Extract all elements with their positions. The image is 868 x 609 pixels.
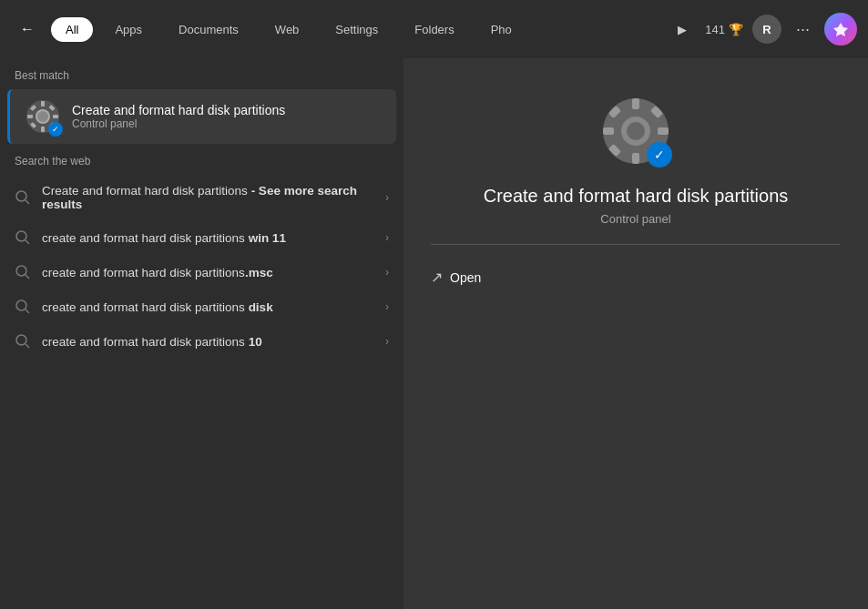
search-icon (15, 229, 31, 246)
web-result-text-4: create and format hard disk partitions d… (42, 300, 374, 314)
back-button[interactable]: ← (11, 13, 44, 46)
web-result-text-2: create and format hard disk partitions w… (42, 231, 374, 245)
svg-point-12 (16, 231, 26, 241)
best-match-subtitle: Control panel (72, 117, 285, 130)
back-icon: ← (20, 21, 35, 37)
main-content: Best match (0, 58, 868, 609)
best-match-title: Create and format hard disk partitions (72, 103, 285, 117)
more-icon: ··· (796, 20, 810, 38)
best-match-text: Create and format hard disk partitions C… (72, 103, 285, 130)
svg-rect-3 (27, 115, 33, 118)
chevron-icon: › (385, 335, 389, 348)
svg-point-10 (16, 191, 26, 201)
web-result-item[interactable]: create and format hard disk partitions.m… (0, 255, 403, 289)
svg-point-14 (16, 266, 26, 276)
divider (431, 244, 841, 245)
play-button[interactable]: ▶ (669, 19, 696, 40)
check-badge: ✓ (48, 122, 63, 137)
chevron-icon: › (385, 231, 389, 244)
svg-point-18 (16, 335, 26, 345)
preview-icon-container: ✓ (599, 95, 672, 167)
web-result-item[interactable]: create and format hard disk partitions 1… (0, 324, 403, 359)
chevron-icon: › (385, 300, 389, 313)
svg-point-9 (37, 111, 48, 122)
open-button[interactable]: ↗ Open (431, 263, 481, 291)
score-display: 141 🏆 (705, 23, 743, 36)
filter-settings[interactable]: Settings (321, 17, 393, 42)
top-bar: ← All Apps Documents Web Settings Folder… (0, 0, 868, 58)
svg-line-15 (26, 275, 29, 279)
svg-rect-1 (41, 101, 45, 107)
filter-all[interactable]: All (51, 17, 93, 42)
avatar[interactable]: R (752, 15, 781, 44)
svg-rect-2 (41, 127, 45, 132)
chevron-icon: › (385, 191, 389, 204)
trophy-icon: 🏆 (729, 23, 743, 36)
svg-rect-22 (632, 153, 639, 164)
right-panel: ✓ Create and format hard disk partitions… (403, 58, 868, 609)
open-icon: ↗ (431, 269, 443, 286)
svg-rect-21 (632, 98, 639, 109)
copilot-svg (832, 20, 850, 38)
filter-web[interactable]: Web (260, 17, 314, 42)
play-icon: ▶ (678, 23, 687, 36)
filter-documents[interactable]: Documents (164, 17, 253, 42)
svg-point-16 (16, 300, 26, 310)
web-result-item[interactable]: create and format hard disk partitions d… (0, 289, 403, 324)
open-label: Open (450, 270, 481, 285)
web-result-text-5: create and format hard disk partitions 1… (42, 335, 374, 349)
chevron-icon: › (385, 266, 389, 279)
svg-line-19 (26, 344, 29, 348)
web-result-text-3: create and format hard disk partitions.m… (42, 266, 374, 279)
search-icon (15, 333, 31, 350)
preview-subtitle: Control panel (600, 212, 670, 226)
best-match-label: Best match (0, 58, 403, 89)
svg-line-11 (26, 200, 29, 204)
svg-line-13 (26, 240, 29, 244)
search-icon (15, 264, 31, 280)
search-icon (15, 189, 31, 206)
web-result-text-1: Create and format hard disk partitions -… (42, 184, 374, 211)
web-result-item[interactable]: Create and format hard disk partitions -… (0, 175, 403, 220)
filter-photos[interactable]: Pho (476, 17, 526, 42)
svg-rect-24 (658, 127, 669, 135)
top-right-actions: ▶ 141 🏆 R ··· (669, 13, 857, 46)
svg-line-17 (26, 310, 29, 313)
best-match-item[interactable]: ✓ Create and format hard disk partitions… (7, 89, 396, 144)
score-value: 141 (705, 23, 725, 36)
filter-apps[interactable]: Apps (100, 17, 157, 42)
search-icon (15, 299, 31, 315)
svg-point-30 (627, 122, 645, 140)
more-button[interactable]: ··· (791, 16, 815, 43)
filter-folders[interactable]: Folders (400, 17, 468, 42)
copilot-icon[interactable] (824, 13, 857, 46)
svg-rect-4 (53, 115, 58, 118)
app-icon-container: ✓ (25, 98, 61, 135)
search-web-label: Search the web (0, 144, 403, 175)
left-panel: Best match (0, 58, 403, 609)
preview-title: Create and format hard disk partitions (484, 186, 789, 207)
svg-rect-23 (603, 127, 614, 135)
preview-check-badge: ✓ (647, 142, 672, 167)
web-result-item[interactable]: create and format hard disk partitions w… (0, 220, 403, 255)
